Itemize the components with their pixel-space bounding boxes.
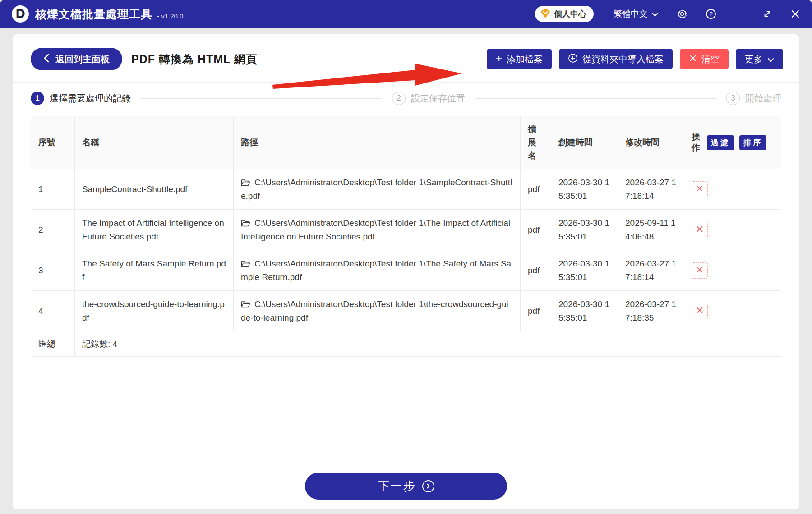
- cell-actions: [684, 250, 781, 291]
- col-header-created: 創建時間: [551, 116, 618, 169]
- account-center-badge[interactable]: 個人中心: [535, 6, 594, 22]
- delete-x-icon: [696, 266, 703, 275]
- sort-button[interactable]: 排序: [739, 135, 766, 150]
- back-button-label: 返回到主面板: [55, 53, 110, 65]
- cell-path: C:\Users\Administrator\Desktop\Test fold…: [234, 291, 521, 331]
- cell-index: 3: [31, 250, 75, 291]
- delete-row-button[interactable]: [692, 181, 708, 197]
- delete-row-button[interactable]: [692, 262, 708, 279]
- cell-name: the-crowdsourced-guide-to-learning.pdf: [75, 291, 234, 331]
- cell-actions: [684, 210, 781, 250]
- chevron-down-icon: [767, 54, 774, 64]
- arrow-right-circle-icon: [422, 480, 434, 492]
- step-1: 1 選擇需要處理的記錄: [31, 92, 131, 105]
- cell-ext: pdf: [521, 169, 551, 210]
- import-folder-label: 從資料夾中導入檔案: [582, 53, 664, 65]
- cell-created: 2026-03-30 15:35:01: [551, 169, 618, 210]
- cell-modified: 2026-03-27 17:18:14: [618, 169, 684, 210]
- step-2-label: 設定保存位置: [411, 92, 465, 105]
- filter-button[interactable]: 過濾: [707, 135, 734, 150]
- delete-row-button[interactable]: [692, 303, 708, 319]
- cell-ext: pdf: [521, 250, 551, 291]
- delete-x-icon: [696, 225, 703, 234]
- step-3: 3 開始處理: [726, 92, 781, 105]
- add-files-button[interactable]: + 添加檔案: [487, 49, 552, 69]
- account-center-label: 個人中心: [554, 9, 586, 19]
- cell-ext: pdf: [521, 210, 551, 250]
- language-label: 繁體中文: [614, 8, 648, 20]
- table-header-row: 序號 名稱 路徑 擴展名 創建時間 修改時間 操作 過濾 排序: [31, 116, 781, 169]
- col-header-name: 名稱: [75, 116, 234, 169]
- step-2-number: 2: [392, 92, 406, 105]
- import-from-folder-button[interactable]: 從資料夾中導入檔案: [559, 49, 673, 69]
- maximize-icon[interactable]: [762, 9, 772, 19]
- table-row: 4 the-crowdsourced-guide-to-learning.pdf…: [31, 291, 781, 331]
- folder-icon: [241, 178, 254, 187]
- circle-plus-icon: [568, 53, 578, 65]
- summary-label: 匯總: [31, 331, 75, 357]
- step-3-label: 開始處理: [745, 92, 781, 105]
- title-bar: D 核爍文檔批量處理工具 - v1.20.0 個人中心 繁體中文: [0, 0, 812, 28]
- cell-created: 2026-03-30 15:35:01: [551, 210, 618, 250]
- cell-index: 4: [31, 291, 75, 331]
- step-3-number: 3: [726, 92, 740, 105]
- col-header-path: 路徑: [234, 116, 521, 169]
- step-indicator: 1 選擇需要處理的記錄 2 設定保存位置 3 開始處理: [13, 83, 799, 114]
- summary-row: 匯總 記錄數: 4: [31, 331, 781, 357]
- clear-label: 清空: [701, 53, 720, 65]
- cell-created: 2026-03-30 15:35:01: [551, 250, 618, 291]
- chevron-down-icon: [651, 9, 659, 19]
- plus-icon: +: [496, 53, 502, 64]
- cell-index: 1: [31, 169, 75, 210]
- cell-path: C:\Users\Administrator\Desktop\Test fold…: [234, 210, 521, 250]
- delete-row-button[interactable]: [692, 222, 708, 238]
- chevron-left-icon: [43, 54, 49, 65]
- table-row: 3 The Safety of Mars Sample Return.pdf C…: [31, 250, 781, 291]
- minimize-icon[interactable]: [734, 9, 744, 19]
- help-icon[interactable]: ?: [706, 9, 716, 19]
- cell-name: The Safety of Mars Sample Return.pdf: [75, 250, 234, 291]
- folder-icon: [241, 299, 254, 309]
- cell-actions: [684, 291, 781, 331]
- folder-icon: [241, 218, 254, 228]
- next-step-label: 下一步: [378, 478, 416, 494]
- vip-gem-icon: [540, 8, 550, 20]
- step-2: 2 設定保存位置: [392, 92, 465, 105]
- delete-x-icon: [696, 185, 703, 193]
- cell-actions: [684, 169, 781, 210]
- cell-created: 2026-03-30 15:35:01: [551, 291, 618, 331]
- back-to-dashboard-button[interactable]: 返回到主面板: [31, 48, 122, 70]
- settings-gear-icon[interactable]: [677, 9, 687, 19]
- step-divider: [475, 98, 716, 99]
- clear-button[interactable]: 清空: [680, 49, 729, 69]
- step-1-label: 選擇需要處理的記錄: [50, 92, 131, 105]
- col-header-ext: 擴展名: [521, 116, 551, 169]
- language-selector[interactable]: 繁體中文: [614, 8, 659, 20]
- cell-modified: 2026-03-27 17:18:35: [618, 291, 684, 331]
- more-button[interactable]: 更多: [736, 49, 783, 69]
- cell-path: C:\Users\Administrator\Desktop\Test fold…: [234, 169, 521, 210]
- cell-index: 2: [31, 210, 75, 250]
- cell-name: SampleContract-Shuttle.pdf: [75, 169, 234, 210]
- main-panel: 返回到主面板 PDF 轉換為 HTML 網頁 + 添加檔案 從資料夾中導入檔案: [13, 34, 799, 509]
- app-window: D 核爍文檔批量處理工具 - v1.20.0 個人中心 繁體中文: [0, 0, 812, 514]
- cell-path: C:\Users\Administrator\Desktop\Test fold…: [234, 250, 521, 291]
- clear-x-icon: [689, 54, 697, 64]
- cell-name: The Impact of Artificial Intelligence on…: [75, 210, 234, 250]
- add-files-label: 添加檔案: [507, 53, 543, 65]
- cell-modified: 2025-09-11 14:06:48: [618, 210, 684, 250]
- cell-ext: pdf: [521, 291, 551, 331]
- svg-text:?: ?: [709, 11, 712, 18]
- close-icon[interactable]: [790, 9, 800, 19]
- folder-icon: [241, 259, 254, 268]
- step-1-number: 1: [31, 92, 44, 105]
- col-header-index: 序號: [31, 116, 75, 169]
- next-step-button[interactable]: 下一步: [305, 473, 507, 500]
- col-header-actions: 操作: [692, 132, 702, 153]
- toolbar: 返回到主面板 PDF 轉換為 HTML 網頁 + 添加檔案 從資料夾中導入檔案: [13, 34, 799, 83]
- record-count: 記錄數: 4: [75, 331, 781, 357]
- col-header-modified: 修改時間: [618, 116, 684, 169]
- delete-x-icon: [696, 307, 703, 315]
- app-logo-icon: D: [12, 5, 29, 23]
- page-title: PDF 轉換為 HTML 網頁: [131, 52, 258, 67]
